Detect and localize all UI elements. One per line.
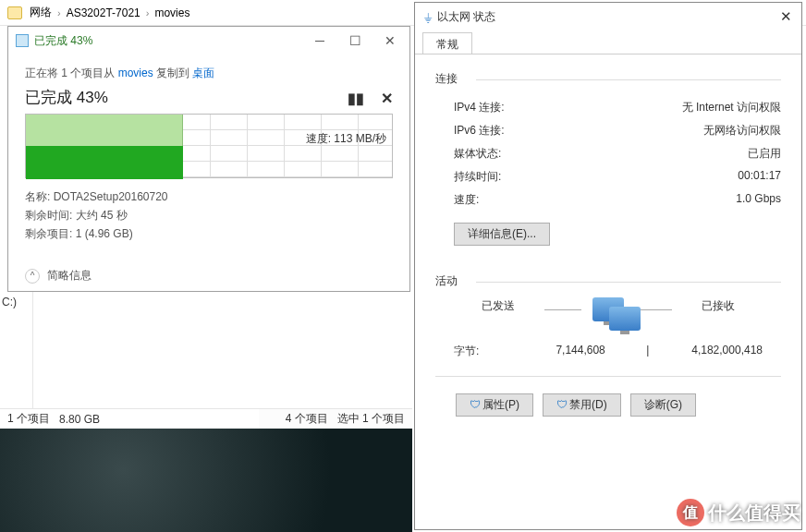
divider	[435, 376, 781, 377]
properties-button[interactable]: 🛡属性(P)	[456, 393, 533, 417]
window-title: 已完成 43%	[34, 33, 308, 49]
ipv6-label: IPv6 连接:	[454, 123, 505, 139]
media-value: 已启用	[748, 146, 781, 162]
items-remaining: 1 (4.96 GB)	[76, 227, 133, 240]
breadcrumb-item[interactable]: AS3202T-7021	[67, 6, 140, 19]
nav-pane[interactable]: C:)	[0, 292, 33, 408]
item-count: 4 个项目	[286, 411, 328, 427]
media-label: 媒体状态:	[454, 146, 501, 162]
divider	[544, 309, 581, 310]
background-image	[0, 429, 412, 532]
speed-value: 1.0 Gbps	[736, 192, 781, 208]
ethernet-status-dialog: ⏚ 以太网 状态 ✕ 常规 连接 IPv4 连接:无 Internet 访问权限…	[414, 2, 802, 530]
tab-general[interactable]: 常规	[422, 32, 472, 54]
maximize-button[interactable]: ☐	[343, 31, 367, 50]
copy-metadata: 名称: DOTA2Setup20160720 剩余时间: 大约 45 秒 剩余项…	[25, 187, 393, 243]
close-button[interactable]: ✕	[378, 31, 402, 50]
ipv4-value: 无 Internet 访问权限	[682, 100, 781, 115]
file-name: DOTA2Setup20160720	[54, 190, 168, 203]
watermark-text: 什么值得买	[708, 501, 800, 526]
divider	[635, 309, 672, 310]
details-toggle[interactable]: ^ 简略信息	[25, 268, 92, 284]
bytes-sent: 7,144,608	[556, 344, 604, 357]
total-size: 8.80 GB	[59, 413, 100, 426]
drive-item[interactable]: C:)	[2, 296, 17, 308]
progress-heading: 已完成 43%	[25, 87, 393, 108]
breadcrumb-item[interactable]: 网络	[30, 5, 52, 20]
section-activity: 活动	[435, 273, 781, 289]
selection-count: 选中 1 个项目	[337, 411, 405, 427]
duration-label: 持续时间:	[454, 169, 501, 185]
received-label: 已接收	[702, 298, 735, 314]
details-button[interactable]: 详细信息(E)...	[454, 223, 550, 246]
chevron-right-icon: ›	[146, 7, 150, 18]
folder-icon	[7, 6, 22, 19]
shield-icon: 🛡	[556, 398, 568, 411]
chevron-right-icon: ›	[57, 7, 61, 18]
speed-label: 速度:	[454, 192, 479, 208]
tabstrip: 常规	[415, 30, 801, 54]
item-count: 1 个项目	[7, 411, 50, 427]
copy-icon	[16, 34, 29, 47]
breadcrumb-item[interactable]: movies	[154, 6, 189, 19]
bytes-label: 字节:	[454, 344, 479, 359]
status-bar-secondary: 4 个项目 选中 1 个项目	[259, 408, 412, 429]
throughput-chart: 速度: 113 MB/秒	[25, 114, 393, 178]
network-activity-icon	[592, 297, 624, 321]
shield-icon: 🛡	[470, 398, 481, 411]
ipv6-value: 无网络访问权限	[703, 123, 781, 139]
pause-button[interactable]: ▮▮	[348, 90, 364, 107]
bytes-received: 4,182,000,418	[691, 344, 763, 359]
watermark-icon: 值	[677, 499, 704, 526]
watermark: 值 什么值得买	[677, 499, 800, 526]
network-icon: ⏚	[424, 9, 432, 24]
titlebar: ⏚ 以太网 状态 ✕	[415, 3, 801, 30]
window-title: 以太网 状态	[437, 9, 780, 25]
minimize-button[interactable]: ─	[308, 31, 332, 50]
chevron-up-icon: ^	[25, 269, 40, 284]
disable-button[interactable]: 🛡禁用(D)	[543, 393, 621, 417]
dest-link[interactable]: 桌面	[192, 66, 214, 79]
speed-label: 速度: 113 MB/秒	[306, 131, 386, 147]
diagnose-button[interactable]: 诊断(G)	[630, 393, 696, 417]
close-button[interactable]: ✕	[780, 8, 792, 25]
cancel-button[interactable]: ✕	[381, 90, 393, 107]
source-link[interactable]: movies	[118, 66, 153, 79]
duration-value: 00:01:17	[738, 169, 781, 185]
chart-upper-band	[26, 115, 183, 146]
titlebar: 已完成 43% ─ ☐ ✕	[8, 27, 409, 54]
ipv4-label: IPv4 连接:	[454, 100, 505, 115]
copy-description: 正在将 1 个项目从 movies 复制到 桌面	[25, 66, 393, 81]
section-connection: 连接	[435, 71, 781, 87]
sent-label: 已发送	[482, 298, 515, 314]
copy-progress-dialog: 已完成 43% ─ ☐ ✕ 正在将 1 个项目从 movies 复制到 桌面 已…	[7, 26, 410, 292]
time-remaining: 大约 45 秒	[76, 209, 128, 222]
divider: |	[646, 344, 649, 357]
chart-progress-fill	[26, 146, 183, 179]
